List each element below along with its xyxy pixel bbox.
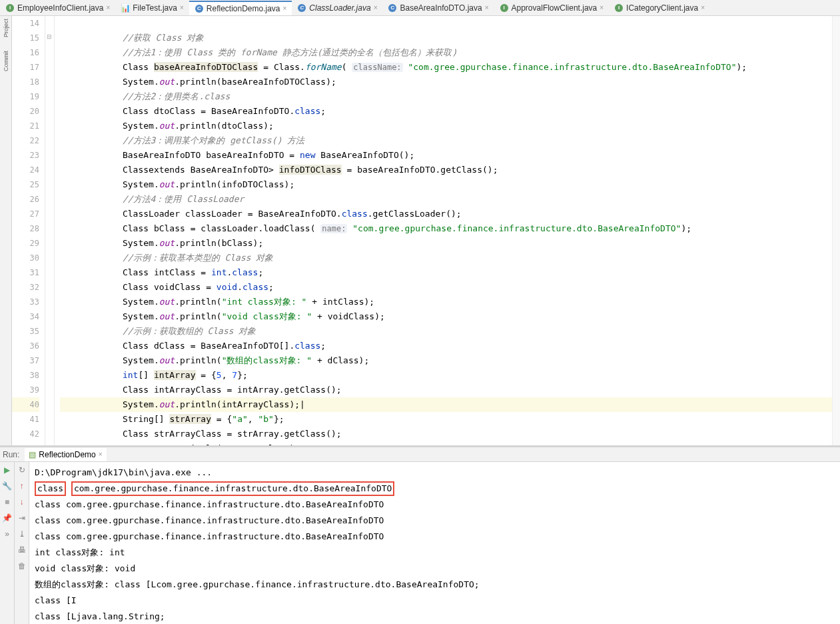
code-line[interactable]: //方法4：使用 ClassLoader — [60, 192, 832, 207]
project-tool-label[interactable]: Project — [3, 19, 9, 37]
code-line[interactable]: Class intArrayClass = intArray.getClass(… — [60, 383, 832, 397]
interface-icon: I — [614, 3, 624, 13]
console-line: class com.gree.gpurchase.finance.infrast… — [35, 481, 835, 497]
code-line[interactable]: System.out.println(infoDTOClass); — [60, 177, 832, 192]
line-number: 14 — [12, 16, 39, 31]
interface-icon: I — [5, 3, 15, 13]
code-line[interactable]: System.out.println("数组的class对象: " + dCla… — [60, 353, 832, 368]
pin-icon[interactable]: 📌 — [2, 513, 13, 523]
code-line[interactable]: BaseAreaInfoDTO baseAreaInfoDTO = new Ba… — [60, 148, 832, 163]
line-number: 17 — [12, 60, 39, 75]
reload-icon[interactable]: ↻ — [17, 465, 27, 475]
editor-tab[interactable]: CClassLoader.java× — [292, 1, 382, 15]
line-number: 28 — [12, 221, 39, 236]
line-number: 33 — [12, 295, 39, 309]
editor-tab[interactable]: IEmployeeInfoClient.java× — [0, 1, 115, 15]
close-icon[interactable]: × — [99, 451, 103, 458]
up-arrow-icon[interactable]: ↑ — [17, 481, 27, 491]
console-line: class [I — [35, 593, 835, 609]
close-icon[interactable]: × — [283, 5, 287, 12]
code-line[interactable]: System.out.println(intArrayClass); — [60, 397, 832, 412]
line-number: 26 — [12, 192, 39, 207]
rerun-icon[interactable]: ▶ — [2, 465, 13, 475]
print-icon[interactable]: 🖶 — [17, 545, 27, 555]
code-editor[interactable]: //获取 Class 对象 //方法1：使用 Class 类的 forName … — [55, 16, 832, 445]
console-line: class com.gree.gpurchase.finance.infrast… — [35, 497, 835, 513]
code-line[interactable]: System.out.println(dtoClass); — [60, 119, 832, 133]
left-tool-strip: Project Commit — [0, 16, 12, 445]
line-number: 31 — [12, 265, 39, 280]
expand-icon[interactable]: » — [2, 529, 13, 539]
console-line: int class对象: int — [35, 545, 835, 561]
code-line[interactable]: System.out.println(baseAreaInfoDTOClass)… — [60, 75, 832, 89]
class-icon: C — [297, 3, 306, 13]
editor-tab[interactable]: CReflectionDemo.java× — [189, 1, 292, 15]
code-line[interactable]: Class voidClass = void.class; — [60, 280, 832, 295]
scroll-end-icon[interactable]: ⤓ — [17, 529, 27, 539]
code-line[interactable]: System.out.println(strArrayClass); — [60, 441, 832, 445]
file-icon: 📊 — [121, 3, 130, 13]
line-number: 36 — [12, 339, 39, 353]
class-icon: C — [195, 4, 204, 13]
commit-tool-label[interactable]: Commit — [3, 51, 9, 71]
code-line[interactable] — [60, 16, 832, 31]
code-line[interactable]: //获取 Class 对象 — [60, 31, 832, 45]
code-line[interactable]: //示例：获取基本类型的 Class 对象 — [60, 251, 832, 265]
run-tab[interactable]: ▤ ReflectionDemo × — [25, 448, 106, 461]
run-toolbar-inner: ↻ ↑ ↓ ⇥ ⤓ 🖶 🗑 — [15, 462, 29, 624]
line-number: 43 — [12, 441, 39, 445]
line-number: 22 — [12, 133, 39, 148]
editor-tab[interactable]: 📊FileTest.java× — [115, 1, 189, 15]
close-icon[interactable]: × — [180, 4, 184, 11]
soft-wrap-icon[interactable]: ⇥ — [17, 513, 27, 523]
line-number: 29 — [12, 236, 39, 251]
trash-icon[interactable]: 🗑 — [17, 561, 27, 571]
console-line: class [Ljava.lang.String; — [35, 609, 835, 624]
code-line[interactable]: ClassLoader classLoader = BaseAreaInfoDT… — [60, 207, 832, 221]
code-line[interactable]: //方法1：使用 Class 类的 forName 静态方法(通过类的全名（包括… — [60, 45, 832, 60]
code-line[interactable]: //示例：获取数组的 Class 对象 — [60, 324, 832, 339]
code-line[interactable]: Class intClass = int.class; — [60, 265, 832, 280]
close-icon[interactable]: × — [701, 4, 705, 11]
close-icon[interactable]: × — [600, 4, 604, 11]
close-icon[interactable]: × — [485, 4, 489, 11]
run-panel: Run: ▤ ReflectionDemo × ▶ 🔧 ■ 📌 » ↻ ↑ ↓ … — [0, 445, 840, 624]
line-number: 40 — [12, 397, 39, 412]
code-line[interactable]: System.out.println("int class对象: " + int… — [60, 295, 832, 309]
stop-icon[interactable]: ■ — [2, 497, 13, 507]
code-line[interactable]: Class dClass = BaseAreaInfoDTO[].class; — [60, 339, 832, 353]
code-line[interactable]: Class baseAreaInfoDTOClass = Class.forNa… — [60, 60, 832, 75]
wrench-icon[interactable]: 🔧 — [2, 481, 13, 491]
console-line: class com.gree.gpurchase.finance.infrast… — [35, 529, 835, 545]
tab-label: ApprovalFlowClient.java — [512, 3, 598, 13]
close-icon[interactable]: × — [374, 4, 378, 11]
close-icon[interactable]: × — [106, 4, 110, 11]
editor-scrollbar[interactable] — [832, 16, 840, 445]
console-line: void class对象: void — [35, 561, 835, 577]
code-line[interactable]: //方法2：使用类名.class — [60, 89, 832, 104]
run-tab-label: ReflectionDemo — [39, 450, 95, 459]
code-line[interactable]: System.out.println("void class对象: " + vo… — [60, 309, 832, 324]
run-config-icon: ▤ — [29, 450, 36, 459]
code-line[interactable]: Class bClass = classLoader.loadClass( na… — [60, 221, 832, 236]
line-number: 20 — [12, 104, 39, 119]
run-output[interactable]: D:\DProgram\jdk17\bin\java.exe ...class … — [29, 462, 840, 624]
line-number: 27 — [12, 207, 39, 221]
code-line[interactable]: int[] intArray = {5, 7}; — [60, 368, 832, 383]
tab-label: BaseAreaInfoDTO.java — [400, 3, 482, 13]
code-line[interactable]: System.out.println(bClass); — [60, 236, 832, 251]
code-line[interactable]: Class strArrayClass = strArray.getClass(… — [60, 427, 832, 441]
down-arrow-icon[interactable]: ↓ — [17, 497, 27, 507]
code-line[interactable]: //方法3：调用某个对象的 getClass() 方法 — [60, 133, 832, 148]
fold-minus-icon[interactable]: ⊟ — [47, 33, 52, 40]
editor-tab[interactable]: IApprovalFlowClient.java× — [494, 1, 610, 15]
code-line[interactable]: Classextends BaseAreaInfoDTO> infoDTOCla… — [60, 163, 832, 177]
editor-tabs: IEmployeeInfoClient.java×📊FileTest.java×… — [0, 0, 840, 16]
editor-tab[interactable]: IICategoryClient.java× — [609, 1, 710, 15]
line-number: 35 — [12, 324, 39, 339]
code-line[interactable]: String[] strArray = {"a", "b"}; — [60, 412, 832, 427]
code-line[interactable]: Class dtoClass = BaseAreaInfoDTO.class; — [60, 104, 832, 119]
line-number: 21 — [12, 119, 39, 133]
editor-tab[interactable]: CBaseAreaInfoDTO.java× — [382, 1, 494, 15]
console-line: D:\DProgram\jdk17\bin\java.exe ... — [35, 465, 835, 481]
